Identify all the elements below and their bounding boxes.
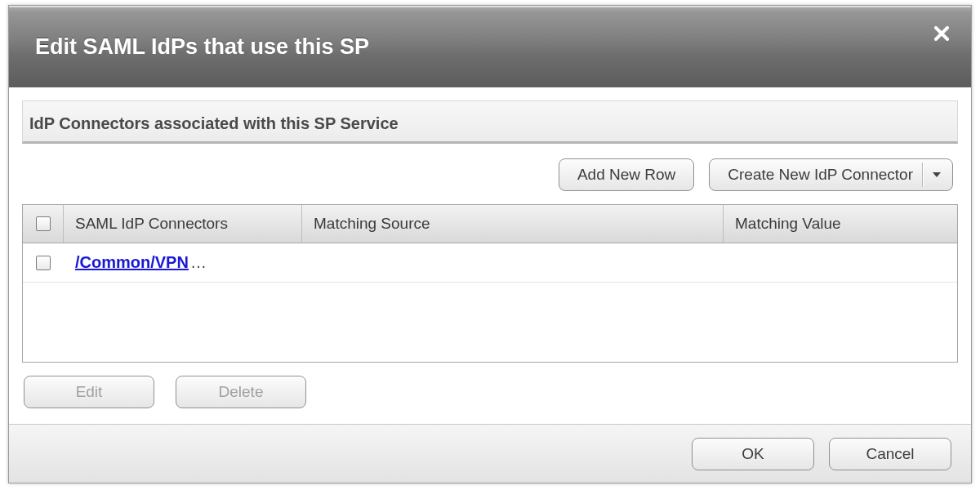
- close-icon: [934, 26, 949, 41]
- edit-button[interactable]: Edit: [24, 376, 154, 408]
- connector-ellipsis: …: [190, 253, 207, 271]
- header-checkbox-cell: [23, 205, 64, 243]
- table-action-row: Add New Row Create New IdP Connector: [22, 144, 958, 204]
- dialog-edit-saml-idps: Edit SAML IdPs that use this SP IdP Conn…: [8, 5, 972, 483]
- ok-button[interactable]: OK: [692, 438, 814, 470]
- idp-connector-table: SAML IdP Connectors Matching Source Matc…: [22, 204, 958, 363]
- connector-link[interactable]: /Common/VPN: [75, 253, 189, 271]
- dropdown-divider: [922, 163, 923, 187]
- delete-button[interactable]: Delete: [176, 376, 306, 408]
- create-new-idp-connector-button[interactable]: Create New IdP Connector: [709, 158, 953, 191]
- table-row[interactable]: /Common/VPN…: [23, 243, 957, 283]
- table-header-row: SAML IdP Connectors Matching Source Matc…: [23, 205, 957, 243]
- create-new-idp-connector-label: Create New IdP Connector: [728, 166, 913, 184]
- section-heading: IdP Connectors associated with this SP S…: [22, 100, 958, 144]
- row-checkbox[interactable]: [36, 256, 51, 270]
- cell-connector: /Common/VPN…: [64, 243, 302, 282]
- cell-matching-source: [302, 243, 724, 282]
- dialog-footer: OK Cancel: [9, 424, 971, 483]
- dialog-titlebar: Edit SAML IdPs that use this SP: [9, 6, 971, 87]
- cell-matching-value: [724, 243, 957, 282]
- dialog-body: IdP Connectors associated with this SP S…: [9, 87, 971, 424]
- column-header-connector[interactable]: SAML IdP Connectors: [64, 205, 302, 243]
- cancel-button[interactable]: Cancel: [829, 438, 951, 470]
- select-all-checkbox[interactable]: [36, 216, 51, 231]
- add-new-row-button[interactable]: Add New Row: [559, 158, 694, 191]
- close-button[interactable]: [932, 24, 951, 43]
- row-action-buttons: Edit Delete: [22, 363, 958, 408]
- column-header-matching-value[interactable]: Matching Value: [724, 205, 957, 243]
- dialog-title: Edit SAML IdPs that use this SP: [35, 34, 369, 60]
- column-header-matching-source[interactable]: Matching Source: [302, 205, 724, 243]
- row-checkbox-cell: [23, 243, 64, 282]
